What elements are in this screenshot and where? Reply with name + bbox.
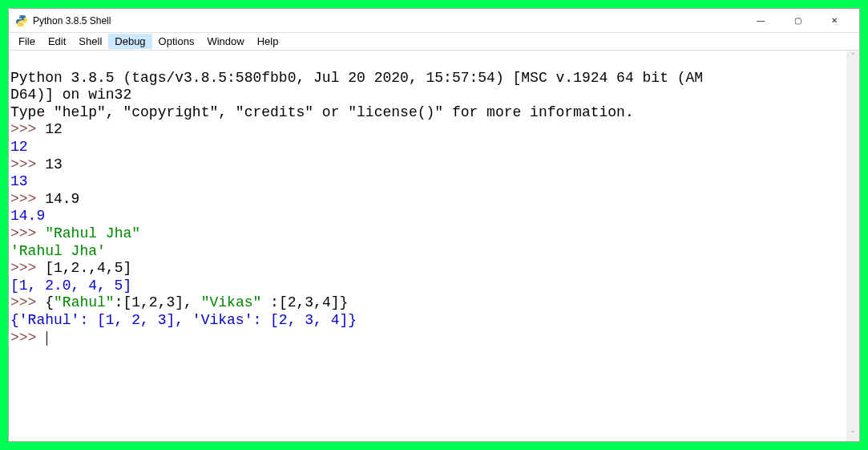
banner-line: Type "help", "copyright", "credits" or "… [10, 104, 858, 122]
scrollbar[interactable]: ˄ ˅ [846, 51, 859, 441]
prompt: >>> [10, 294, 45, 310]
window-title: Python 3.8.5 Shell [33, 15, 111, 26]
prompt: >>> [10, 156, 45, 172]
shell-text-area[interactable]: Python 3.8.5 (tags/v3.8.5:580fbb0, Jul 2… [9, 51, 859, 441]
titlebar[interactable]: Python 3.8.5 Shell — ▢ ✕ [9, 9, 859, 33]
scroll-up-icon[interactable]: ˄ [846, 51, 859, 63]
output-line: 'Rahul Jha' [10, 243, 858, 261]
input-text: { [45, 294, 54, 310]
output-line: 12 [10, 139, 858, 156]
banner-line: Python 3.8.5 (tags/v3.8.5:580fbb0, Jul 2… [10, 70, 858, 87]
output-line: 14.9 [10, 208, 858, 225]
input-text: "Vikas" [201, 294, 262, 310]
prompt: >>> [10, 260, 45, 276]
output-line: {'Rahul': [1, 2, 3], 'Vikas': [2, 3, 4]} [10, 312, 858, 330]
scroll-down-icon[interactable]: ˅ [846, 428, 859, 441]
svg-point-0 [19, 16, 20, 17]
prompt: >>> [10, 225, 45, 241]
input-line: >>> 12 [10, 121, 858, 139]
output-line: [1, 2.0, 4, 5] [10, 278, 858, 295]
input-line: >>> 14.9 [10, 191, 858, 209]
window-controls: — ▢ ✕ [742, 9, 853, 33]
input-line: >>> 13 [10, 156, 858, 174]
input-line: >>> [10, 330, 858, 347]
prompt: >>> [10, 330, 45, 346]
prompt: >>> [10, 191, 45, 207]
input-text: [1,2.,4,5] [45, 260, 131, 276]
menu-shell[interactable]: Shell [72, 34, 108, 49]
app-window: Python 3.8.5 Shell — ▢ ✕ File Edit Shell… [8, 8, 860, 442]
menu-window[interactable]: Window [200, 34, 250, 49]
minimize-button[interactable]: — [742, 9, 779, 33]
input-text: :[2,3,4]} [261, 294, 348, 310]
menu-help[interactable]: Help [251, 34, 285, 49]
close-button[interactable]: ✕ [816, 9, 853, 33]
input-text: :[1,2,3], [115, 294, 201, 310]
input-line: >>> {"Rahul":[1,2,3], "Vikas" :[2,3,4]} [10, 294, 858, 312]
banner-line: D64)] on win32 [10, 87, 858, 104]
menu-debug[interactable]: Debug [108, 34, 151, 49]
svg-point-1 [22, 24, 23, 25]
menubar: File Edit Shell Debug Options Window Hel… [9, 33, 859, 51]
menu-file[interactable]: File [12, 34, 42, 49]
output-line: 13 [10, 173, 858, 191]
menu-edit[interactable]: Edit [42, 34, 72, 49]
python-icon [15, 14, 28, 27]
menu-options[interactable]: Options [152, 34, 201, 49]
input-line: >>> "Rahul Jha" [10, 225, 858, 243]
input-text: 13 [45, 156, 63, 172]
input-text: "Rahul Jha" [45, 225, 140, 241]
prompt: >>> [10, 121, 45, 137]
maximize-button[interactable]: ▢ [779, 9, 816, 33]
cursor-icon [46, 331, 47, 346]
input-line: >>> [1,2.,4,5] [10, 260, 858, 278]
input-text: "Rahul" [54, 294, 115, 310]
input-text: 12 [45, 121, 63, 137]
input-text: 14.9 [45, 191, 79, 207]
